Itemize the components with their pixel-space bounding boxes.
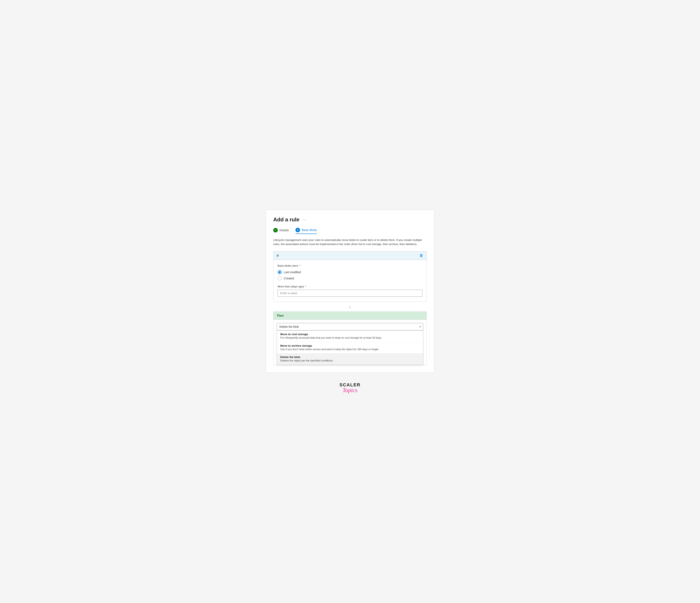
dropdown-item-move-archive-title: Move to archive storage [280, 344, 420, 347]
tabs-row: ✓ Details 2 Base blobs [273, 228, 427, 234]
radio-group: Last modified Created [278, 270, 422, 280]
radio-last-modified-circle [278, 270, 282, 274]
dropdown-item-delete-blob-title: Delete the blob [280, 355, 420, 358]
more-than-input[interactable] [278, 290, 422, 297]
add-rule-card: Add a rule ··· ✓ Details 2 Base blobs Li… [266, 210, 434, 373]
radio-created-circle [278, 276, 282, 280]
tab-details-label: Details [279, 228, 289, 232]
tab-details[interactable]: ✓ Details [273, 228, 289, 234]
branding-topics-text: Topics [343, 387, 357, 394]
radio-last-modified-label: Last modified [284, 271, 301, 274]
delete-icon[interactable]: 🗑 [420, 253, 423, 258]
then-section-body: Delete the blob ▾ Move to cool storage F… [273, 320, 427, 365]
page-title: Add a rule [273, 217, 299, 223]
branding-scaler-text: SCALER [340, 383, 360, 387]
dropdown-item-delete-blob[interactable]: Delete the blob Deletes the object per t… [277, 353, 423, 365]
radio-last-modified[interactable]: Last modified [278, 270, 422, 274]
if-label: If [277, 254, 279, 257]
title-menu-icon[interactable]: ··· [302, 217, 306, 222]
base-blobs-field-label: Base blobs were * [278, 264, 422, 267]
if-section-header: If 🗑 [273, 251, 427, 260]
dropdown-item-move-cool[interactable]: Move to cool storage For infrequently ac… [277, 331, 423, 342]
action-select-value: Delete the blob [279, 325, 299, 328]
branding: SCALER Topics [340, 383, 360, 394]
description-text: Lifecycle management uses your rules to … [273, 238, 427, 247]
arrow-divider: ↓ [273, 302, 427, 311]
if-section: If 🗑 Base blobs were * Last modified Cre… [273, 251, 427, 302]
title-row: Add a rule ··· [273, 217, 427, 223]
dropdown-menu: Move to cool storage For infrequently ac… [277, 330, 423, 365]
tab-base-blobs[interactable]: 2 Base blobs [296, 228, 317, 234]
dropdown-item-move-cool-title: Move to cool storage [280, 333, 420, 336]
details-check-icon: ✓ [273, 228, 278, 232]
base-blobs-number-icon: 2 [296, 228, 300, 232]
action-select-wrapper: Delete the blob ▾ [277, 323, 423, 330]
more-than-group: More than (days ago) * [278, 285, 422, 297]
more-than-label: More than (days ago) * [278, 285, 422, 288]
dropdown-item-move-cool-desc: For infrequently accessed data that you … [280, 336, 420, 340]
radio-created[interactable]: Created [278, 276, 422, 280]
radio-created-label: Created [284, 277, 294, 280]
dropdown-item-delete-blob-desc: Deletes the object per the specified con… [280, 359, 420, 363]
then-section-header: Then [273, 312, 427, 320]
action-select[interactable]: Delete the blob [277, 323, 423, 330]
dropdown-item-move-archive[interactable]: Move to archive storage Use if you don't… [277, 342, 423, 354]
dropdown-item-move-archive-desc: Use if you don't need online access and … [280, 348, 420, 351]
tab-base-blobs-label: Base blobs [302, 228, 317, 232]
if-section-body: Base blobs were * Last modified Created … [273, 260, 427, 302]
then-label: Then [277, 314, 283, 317]
then-section: Then Delete the blob ▾ Move to cool stor… [273, 311, 427, 365]
